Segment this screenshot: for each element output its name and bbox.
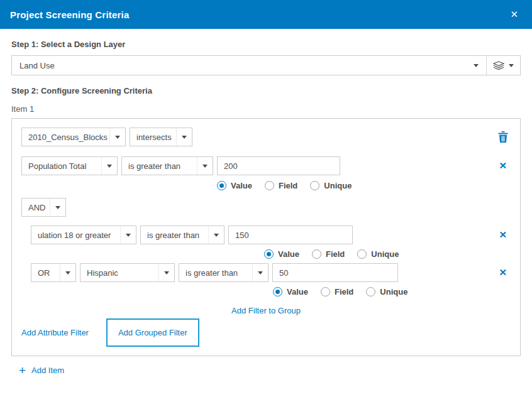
group-logic-row: AND (21, 198, 511, 217)
radio-field[interactable]: Field (321, 287, 353, 296)
radio-unique[interactable]: Unique (366, 287, 407, 296)
chevron-down-icon (120, 226, 136, 244)
chevron-down-icon (109, 128, 125, 146)
grouped-filter-field-value: ulation 18 or greater (38, 231, 120, 240)
radio-unselected-icon (366, 287, 375, 296)
chevron-down-icon (158, 264, 174, 281)
chevron-down-icon (252, 264, 268, 281)
grouped-filter-value-input[interactable] (272, 263, 398, 282)
radio-unselected-icon (357, 249, 367, 259)
item-panel: 2010_Census_Blocks intersects Population… (11, 118, 521, 356)
radio-value-label: Value (287, 287, 308, 296)
group-logic-dropdown[interactable]: AND (21, 198, 66, 217)
add-filter-to-group-link[interactable]: Add Filter to Group (231, 306, 301, 315)
chevron-down-icon (197, 157, 213, 175)
grouped-filter-row: OR Hispanic is greater than ✕ (21, 263, 511, 282)
design-layer-value: Land Use (19, 61, 474, 70)
radio-unique[interactable]: Unique (357, 249, 399, 259)
radio-value[interactable]: Value (217, 181, 252, 190)
filter-operator-dropdown[interactable]: is greater than (121, 156, 213, 175)
spatial-operator-value: intersects (136, 133, 176, 142)
value-type-radio-group: Value Field Unique (217, 181, 511, 190)
add-item-label: Add Item (31, 366, 64, 375)
radio-field[interactable]: Field (265, 181, 297, 190)
radio-unique[interactable]: Unique (310, 181, 352, 190)
panel-actions: Add Attribute Filter Add Grouped Filter (21, 318, 511, 347)
value-type-radio-group: Value Field Unique (264, 249, 511, 259)
screening-layer-value: 2010_Census_Blocks (28, 133, 109, 142)
design-layer-select[interactable]: Land Use (12, 56, 486, 75)
radio-unselected-icon (321, 287, 330, 296)
close-icon[interactable]: ✕ (506, 6, 522, 23)
group-logic-value: AND (28, 203, 50, 212)
spatial-expression-row: 2010_Census_Blocks intersects (21, 128, 511, 146)
dialog-header: Project Screening Criteria ✕ (0, 0, 532, 29)
attribute-filter-row: Population Total is greater than ✕ (21, 156, 511, 175)
step1-label: Step 1: Select a Design Layer (11, 40, 521, 49)
step2-label: Step 2: Configure Screening Criteria (11, 86, 521, 95)
radio-unique-label: Unique (371, 249, 399, 259)
radio-unique-label: Unique (324, 181, 352, 190)
grouped-filter-field-value: Hispanic (87, 268, 158, 278)
radio-value-label: Value (231, 181, 252, 190)
add-attribute-filter-link[interactable]: Add Attribute Filter (21, 328, 89, 337)
remove-filter-button[interactable]: ✕ (495, 159, 511, 173)
grouped-filter-logic-value: OR (38, 268, 60, 278)
screening-layer-dropdown[interactable]: 2010_Census_Blocks (21, 128, 126, 146)
plus-icon: + (19, 366, 26, 375)
radio-value-label: Value (278, 249, 299, 259)
radio-field-label: Field (335, 287, 353, 296)
radio-unselected-icon (265, 181, 274, 190)
radio-unselected-icon (310, 181, 319, 190)
filter-field-value: Population Total (28, 161, 101, 171)
chevron-down-icon (474, 64, 479, 67)
layers-icon (493, 61, 504, 70)
value-type-radio-group: Value Field Unique (273, 287, 511, 296)
grouped-filter-value-input[interactable] (228, 226, 353, 244)
radio-value[interactable]: Value (264, 249, 299, 259)
grouped-filter-field-dropdown[interactable]: Hispanic (80, 263, 175, 282)
delete-item-button[interactable] (496, 130, 511, 144)
remove-grouped-filter-button[interactable]: ✕ (495, 266, 511, 280)
item-label: Item 1 (11, 104, 521, 114)
grouped-filter-operator-value: is greater than (147, 231, 208, 240)
design-layer-control: Land Use (11, 55, 521, 75)
radio-selected-icon (264, 249, 274, 259)
chevron-down-icon (208, 226, 224, 244)
radio-value[interactable]: Value (273, 287, 308, 296)
radio-selected-icon (217, 181, 226, 190)
chevron-down-icon (60, 264, 75, 281)
chevron-down-icon (176, 128, 192, 146)
filter-field-dropdown[interactable]: Population Total (21, 156, 118, 175)
radio-field[interactable]: Field (312, 249, 345, 259)
filter-value-input[interactable] (217, 156, 340, 175)
spatial-operator-dropdown[interactable]: intersects (130, 128, 192, 146)
radio-unselected-icon (312, 249, 321, 259)
dialog-body: Step 1: Select a Design Layer Land Use S… (0, 40, 532, 375)
trash-icon (498, 131, 508, 143)
remove-grouped-filter-button[interactable]: ✕ (495, 228, 511, 242)
grouped-filter-field-dropdown[interactable]: ulation 18 or greater (31, 226, 136, 244)
chevron-down-icon (50, 198, 65, 216)
chevron-down-icon (101, 157, 117, 175)
radio-selected-icon (273, 287, 282, 296)
radio-field-label: Field (326, 249, 345, 259)
grouped-filter-logic-dropdown[interactable]: OR (31, 263, 76, 282)
dialog-title: Project Screening Criteria (10, 9, 129, 20)
grouped-filter-operator-dropdown[interactable]: is greater than (179, 263, 269, 282)
add-filter-to-group-row: Add Filter to Group (21, 306, 511, 315)
layer-list-button[interactable] (486, 56, 520, 75)
add-item-button[interactable]: + Add Item (19, 366, 521, 375)
filter-operator-value: is greater than (128, 161, 197, 171)
chevron-down-icon (509, 64, 514, 67)
grouped-filter-row: ulation 18 or greater is greater than ✕ (21, 226, 511, 244)
add-grouped-filter-highlight: Add Grouped Filter (106, 318, 199, 347)
radio-unique-label: Unique (380, 287, 407, 296)
grouped-filter-operator-value: is greater than (186, 268, 252, 278)
radio-field-label: Field (279, 181, 297, 190)
grouped-filter-operator-dropdown[interactable]: is greater than (140, 226, 224, 244)
add-grouped-filter-link[interactable]: Add Grouped Filter (118, 328, 187, 337)
